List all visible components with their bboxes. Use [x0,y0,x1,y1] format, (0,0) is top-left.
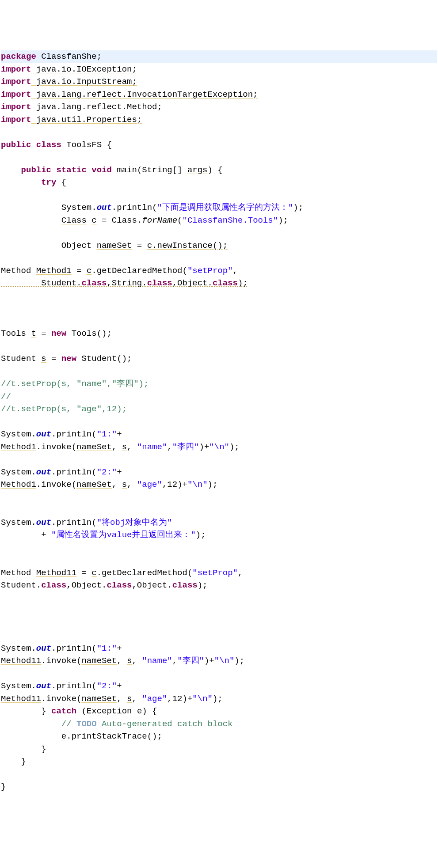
comment: Auto-generated catch block [97,719,233,729]
comment: // [61,719,76,729]
variable: nameSet [76,480,112,489]
string-literal: "李四" [177,656,204,666]
code-text: + [1,530,51,540]
todo-tag: TODO [76,719,97,729]
code-text: ) { [142,706,157,716]
code-text: .invoke( [36,480,76,489]
code-text [1,732,61,741]
code-text: )+ [204,656,214,666]
code-text: ToolsFS { [61,140,112,150]
string-literal: "下面是调用获取属性名字的方法：" [157,203,293,212]
code-text: )+ [199,442,209,452]
code-text: .println( [51,429,97,439]
code-text: , [233,266,238,276]
code-text: main(String[] [112,165,187,175]
keyword: new [61,354,76,364]
code-text: = [46,354,61,364]
keyword: class [107,580,132,590]
code-text: (Exception [76,706,137,716]
keyword: try [1,178,56,187]
variable: nameSet [97,241,132,250]
code-text: , [112,442,122,452]
variable: s [122,480,127,489]
comment: //t.setProp(s, "age",12); [1,404,127,414]
code-text: ); [234,656,244,666]
code-text: = [76,568,91,578]
java-code-block: package ClassfanShe; import java.io.IOEx… [0,50,438,811]
keyword: package [1,52,36,61]
code-text: + [117,644,122,653]
code-text: .invoke( [41,656,81,666]
static-field: out [36,518,51,527]
code-text: { [56,178,66,187]
code-text: ); [238,278,248,288]
code-text: } [1,757,26,766]
code-text: ); [196,530,206,540]
code-text: Student [1,354,41,364]
code-text: .println( [51,644,97,653]
string-literal: "2:" [97,467,117,477]
code-text: + [117,429,122,439]
comment: // [1,392,11,402]
keyword: import [1,115,31,125]
string-literal: "\n" [192,694,213,704]
keyword: static [51,165,87,175]
string-literal: "age" [137,480,162,489]
code-text: , [132,694,142,704]
variable: e [61,732,66,741]
string-literal: "setProp" [192,568,238,578]
comment: //t.setProp(s, "name","李四"); [1,379,149,389]
variable: Method1 [36,266,72,276]
variable: c [91,216,96,225]
code-text: .invoke( [41,694,81,704]
keyword: class [81,278,107,288]
string-literal: "将obj对象中名为" [97,518,172,527]
code-text: .println( [51,467,97,477]
code-text: ); [208,480,218,489]
static-field: out [97,203,112,212]
code-text: Tools [1,329,31,338]
code-text: java.io.IOException; [31,64,137,74]
code-text: , [127,442,137,452]
keyword: catch [51,706,76,716]
keyword: public [1,165,51,175]
variable: e [137,706,142,716]
string-literal: "1:" [97,429,117,439]
string-literal: "\n" [214,656,235,666]
code-text: Object [1,241,97,250]
code-text: ); [213,694,223,704]
code-text: , [132,656,142,666]
string-literal: "\n" [209,442,229,452]
variable: Method1 [1,480,36,489]
keyword: class [41,580,66,590]
code-text: , [127,480,137,489]
keyword: class [147,278,172,288]
code-text: ); [229,442,240,452]
code-text: ,Object. [66,580,107,590]
variable: c [87,266,91,276]
code-text: ,Object. [132,580,172,590]
variable: s [122,442,127,452]
code-text: Tools(); [66,329,112,338]
static-field: out [36,429,51,439]
string-literal: "属性名设置为value并且返回出来：" [51,530,196,540]
code-text: java.lang.reflect.Method; [31,102,162,112]
code-text: System. [1,429,36,439]
code-text: .invoke( [36,442,76,452]
keyword: new [51,329,66,338]
code-text: Student. [1,580,41,590]
code-text: .getDeclaredMethod( [97,568,193,578]
keyword: import [1,77,31,87]
code-text: = Class. [97,216,142,225]
code-text: , [117,694,127,704]
code-text: } [1,782,6,792]
code-text: , [112,480,122,489]
variable: s [127,694,132,704]
string-literal: "setProp" [187,266,233,276]
code-text: , [238,568,243,578]
code-text: + [117,681,122,691]
code-text: .println( [51,681,97,691]
code-text: .newInstance(); [152,241,228,250]
keyword: class [172,580,198,590]
string-literal: "1:" [97,644,117,653]
